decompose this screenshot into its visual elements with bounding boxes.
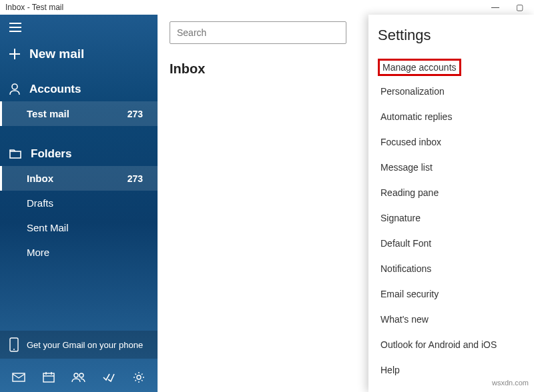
folder-name: Drafts <box>27 197 53 209</box>
gmail-phone-banner[interactable]: Get your Gmail on your phone <box>0 331 158 359</box>
new-mail-button[interactable]: New mail <box>0 37 158 73</box>
accounts-section-header[interactable]: Accounts <box>0 73 158 101</box>
bottom-nav <box>0 364 158 392</box>
svg-rect-1 <box>9 27 21 28</box>
people-icon <box>71 372 86 383</box>
svg-point-14 <box>74 373 78 377</box>
settings-item-whats-new[interactable]: What's new <box>378 308 431 331</box>
settings-item-manage-accounts[interactable]: Manage accounts <box>378 59 461 76</box>
account-item-test-mail[interactable]: Test mail 273 <box>0 101 158 126</box>
account-count: 273 <box>127 109 143 119</box>
phone-icon <box>9 337 19 352</box>
plus-icon <box>9 49 20 59</box>
svg-rect-9 <box>13 373 25 381</box>
settings-item-automatic-replies[interactable]: Automatic replies <box>378 105 455 128</box>
folder-name: More <box>27 247 49 258</box>
svg-point-5 <box>12 84 17 89</box>
folder-item-sent-mail[interactable]: Sent Mail <box>0 215 158 240</box>
svg-rect-10 <box>43 373 54 382</box>
settings-nav-button[interactable] <box>128 369 150 385</box>
accounts-label: Accounts <box>29 83 81 96</box>
svg-rect-6 <box>10 151 21 158</box>
settings-item-outlook-mobile[interactable]: Outlook for Android and iOS <box>378 333 499 356</box>
hamburger-menu-button[interactable] <box>0 15 158 37</box>
settings-item-focused-inbox[interactable]: Focused inbox <box>378 131 444 153</box>
folder-name: Inbox <box>27 173 53 184</box>
mail-nav-button[interactable] <box>8 369 29 385</box>
svg-rect-0 <box>9 23 21 24</box>
minimize-button[interactable]: — <box>489 3 502 12</box>
folder-count: 273 <box>127 173 143 184</box>
folders-section-header[interactable]: Folders <box>0 138 158 166</box>
banner-text: Get your Gmail on your phone <box>27 340 143 350</box>
gear-icon <box>133 371 145 383</box>
svg-point-16 <box>137 375 141 379</box>
todo-nav-button[interactable] <box>98 369 119 385</box>
settings-item-personalization[interactable]: Personalization <box>378 80 447 103</box>
calendar-icon <box>43 372 55 383</box>
svg-rect-2 <box>9 31 21 32</box>
person-icon <box>9 83 20 95</box>
settings-item-notifications[interactable]: Notifications <box>378 257 434 280</box>
window-title: Inbox - Test mail <box>5 3 63 12</box>
search-input[interactable] <box>170 21 346 44</box>
mail-icon <box>12 373 25 382</box>
svg-point-8 <box>13 349 15 350</box>
new-mail-label: New mail <box>29 47 84 61</box>
checkmark-icon <box>103 373 115 382</box>
settings-panel: Settings Manage accounts Personalization… <box>368 15 534 392</box>
hamburger-icon <box>9 23 21 32</box>
settings-item-signature[interactable]: Signature <box>378 207 423 229</box>
svg-point-15 <box>79 373 83 377</box>
account-name: Test mail <box>27 108 69 119</box>
watermark: wsxdn.com <box>492 379 529 387</box>
window-controls: — ▢ <box>489 3 531 12</box>
title-bar: Inbox - Test mail — ▢ <box>0 0 534 15</box>
svg-rect-4 <box>9 53 20 55</box>
maximize-button[interactable]: ▢ <box>513 3 526 12</box>
settings-item-reading-pane[interactable]: Reading pane <box>378 181 441 204</box>
settings-item-message-list[interactable]: Message list <box>378 156 435 179</box>
folder-item-inbox[interactable]: Inbox 273 <box>0 166 158 191</box>
settings-title: Settings <box>378 27 525 44</box>
folders-label: Folders <box>31 147 71 161</box>
sidebar: New mail Accounts Test mail 273 Folders … <box>0 15 158 392</box>
settings-item-email-security[interactable]: Email security <box>378 283 441 305</box>
people-nav-button[interactable] <box>68 369 89 385</box>
calendar-nav-button[interactable] <box>38 369 59 385</box>
folder-icon <box>9 149 21 159</box>
settings-item-help[interactable]: Help <box>378 359 403 381</box>
folder-item-more[interactable]: More <box>0 240 158 265</box>
settings-item-default-font[interactable]: Default Font <box>378 232 434 255</box>
folder-name: Sent Mail <box>27 222 69 233</box>
folder-item-drafts[interactable]: Drafts <box>0 191 158 215</box>
